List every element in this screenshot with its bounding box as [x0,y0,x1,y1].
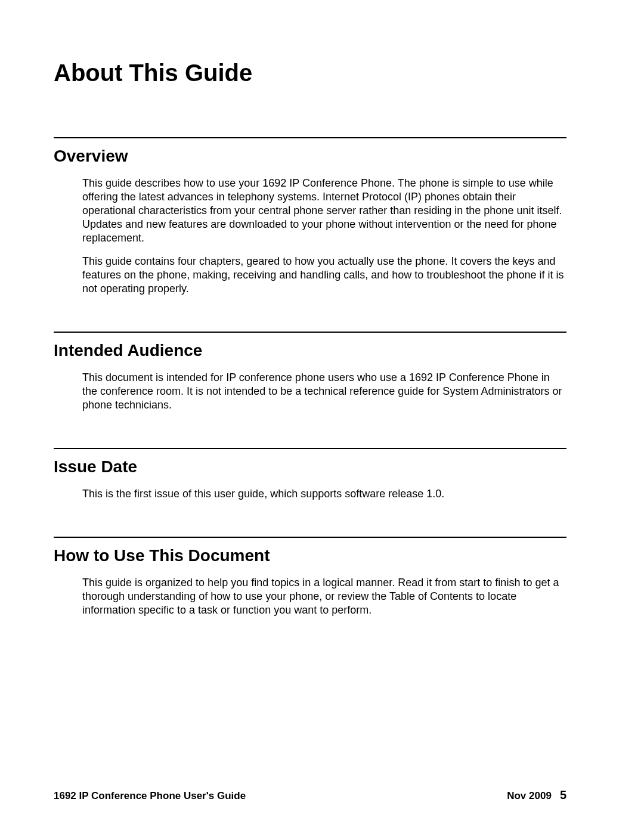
section-issue-date: Issue Date This is the first issue of th… [54,448,566,501]
section-overview: Overview This guide describes how to use… [54,137,566,296]
section-heading: Issue Date [54,457,566,476]
footer-right: Nov 2009 5 [507,788,566,802]
section-heading: Overview [54,147,566,166]
chapter-title: About This Guide [54,60,566,86]
section-how-to-use: How to Use This Document This guide is o… [54,537,566,617]
body-paragraph: This guide is organized to help you find… [82,576,566,617]
body-paragraph: This is the first issue of this user gui… [82,487,566,501]
body-paragraph: This guide describes how to use your 169… [82,176,566,245]
body-paragraph: This document is intended for IP confere… [82,371,566,412]
section-rule [54,332,566,333]
page-content: About This Guide Overview This guide des… [54,60,566,653]
section-rule [54,537,566,538]
page-footer: 1692 IP Conference Phone User's Guide No… [54,788,566,802]
section-heading: How to Use This Document [54,546,566,565]
footer-doc-title: 1692 IP Conference Phone User's Guide [54,790,246,802]
body-paragraph: This guide contains four chapters, geare… [82,255,566,296]
section-heading: Intended Audience [54,341,566,360]
section-rule [54,448,566,449]
section-intended-audience: Intended Audience This document is inten… [54,332,566,412]
section-rule [54,137,566,138]
footer-page-number: 5 [560,788,566,802]
footer-date: Nov 2009 [507,790,552,802]
